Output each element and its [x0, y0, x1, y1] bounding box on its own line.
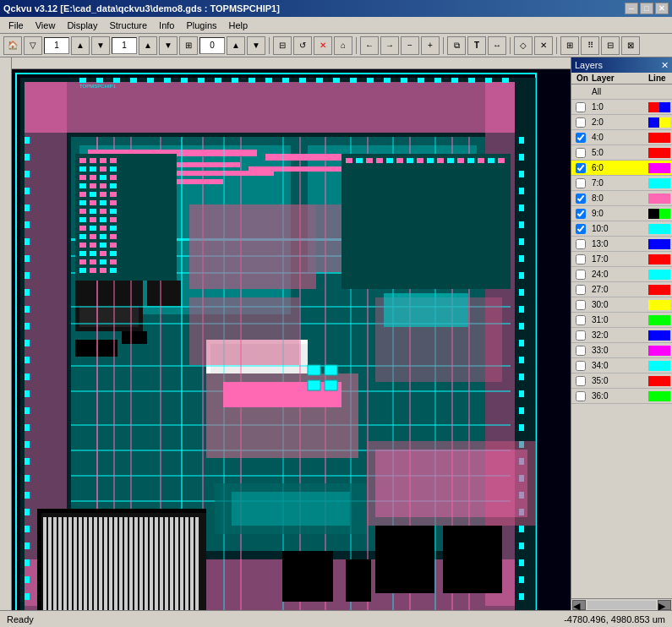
layer-row[interactable]: 9:0 [571, 206, 672, 221]
layer-checkbox[interactable] [571, 300, 590, 310]
scroll-right-btn[interactable]: ▶ [658, 600, 671, 610]
toolbar-spin-up1[interactable]: ▲ [71, 36, 90, 55]
layer-checkbox[interactable] [571, 254, 590, 264]
svg-rect-218 [519, 390, 524, 397]
toolbar-grid-btn[interactable]: ⊞ [560, 36, 579, 55]
toolbar-filter-btn[interactable]: ▽ [24, 36, 42, 55]
layer-row[interactable]: All [571, 85, 672, 100]
layer-row[interactable]: 6:0 [571, 161, 672, 176]
toolbar-spin-dn1[interactable]: ▼ [91, 36, 110, 55]
layer-row[interactable]: 35:0 [571, 373, 672, 389]
toolbar-measure-btn[interactable]: ↔ [488, 36, 506, 55]
menu-item-display[interactable]: Display [62, 19, 102, 32]
layer-color-swatch [648, 239, 670, 249]
layer-row[interactable]: 31:0 [571, 313, 672, 328]
layer-row[interactable]: 27:0 [571, 282, 672, 297]
toolbar-x-btn[interactable]: ✕ [534, 36, 553, 55]
toolbar-hierarchy-btn[interactable]: ⊞ [179, 36, 198, 55]
toolbar-field1[interactable] [44, 37, 69, 54]
layer-name-label: 2:0 [590, 117, 647, 127]
layer-checkbox[interactable] [571, 346, 590, 356]
toolbar-refresh-btn[interactable]: ↺ [293, 36, 312, 55]
layer-row[interactable]: 13:0 [571, 237, 672, 252]
maximize-button[interactable]: □ [640, 3, 653, 14]
toolbar-home2-btn[interactable]: ⌂ [334, 36, 352, 55]
menu-item-plugins[interactable]: Plugins [181, 19, 221, 32]
layer-checkbox[interactable] [571, 133, 590, 143]
toolbar-back-btn[interactable]: ← [360, 36, 379, 55]
layer-checkbox[interactable] [571, 148, 590, 158]
menu-item-file[interactable]: File [3, 19, 29, 32]
ic-layout[interactable]: TOPMSPCHIP1 [12, 69, 571, 610]
close-button[interactable]: ✕ [655, 3, 669, 14]
layer-row[interactable]: 10:0 [571, 221, 672, 237]
layer-checkbox[interactable] [571, 102, 590, 112]
toolbar-extra-btn[interactable]: ⊟ [601, 36, 620, 55]
layer-checkbox[interactable] [571, 117, 590, 128]
layer-row[interactable]: 34:0 [571, 358, 672, 373]
layer-row[interactable]: 30:0 [571, 297, 672, 313]
layer-row[interactable]: 8:0 [571, 191, 672, 206]
toolbar-diamond-btn[interactable]: ◇ [514, 36, 533, 55]
menu-item-view[interactable]: View [30, 19, 61, 32]
layer-checkbox[interactable] [571, 178, 590, 188]
toolbar-spin-dn2[interactable]: ▼ [159, 36, 178, 55]
layers-list[interactable]: All1:02:04:05:06:07:08:09:010:013:017:02… [571, 85, 672, 598]
svg-rect-220 [519, 424, 524, 431]
layer-row[interactable]: 7:0 [571, 176, 672, 191]
toolbar-text-btn[interactable]: T [467, 36, 486, 55]
layer-checkbox[interactable] [571, 315, 590, 325]
layer-checkbox[interactable] [571, 361, 590, 371]
layer-checkbox[interactable] [571, 224, 590, 234]
layer-checkbox[interactable] [571, 194, 590, 204]
layer-name-label: 33:0 [590, 346, 647, 355]
menu-item-info[interactable]: Info [154, 19, 179, 32]
menu-item-structure[interactable]: Structure [104, 19, 152, 32]
layer-row[interactable]: 24:0 [571, 267, 672, 282]
layer-row[interactable]: 36:0 [571, 389, 672, 404]
toolbar-copy-btn[interactable]: ⧉ [447, 36, 466, 55]
layer-row[interactable]: 5:0 [571, 145, 672, 161]
layer-checkbox[interactable] [571, 163, 590, 173]
scroll-left-btn[interactable]: ◀ [572, 600, 586, 610]
svg-rect-251 [418, 78, 424, 83]
svg-rect-207 [519, 204, 524, 211]
layer-row[interactable]: 4:0 [571, 130, 672, 145]
toolbar-fwd-btn[interactable]: → [380, 36, 399, 55]
toolbar-minus-btn[interactable]: − [401, 36, 419, 55]
canvas-area[interactable]: TOPMSPCHIP1 [0, 57, 571, 610]
toolbar-field3[interactable] [199, 37, 225, 54]
toolbar-extra2-btn[interactable]: ⊠ [621, 36, 640, 55]
toolbar-spin-dn3[interactable]: ▼ [247, 36, 265, 55]
toolbar-spin-up3[interactable]: ▲ [227, 36, 245, 55]
layer-row[interactable]: 33:0 [571, 343, 672, 358]
svg-rect-174 [325, 380, 337, 390]
layer-checkbox[interactable] [571, 270, 590, 280]
minimize-button[interactable]: ─ [625, 3, 638, 14]
layer-row[interactable]: 32:0 [571, 328, 672, 343]
layer-checkbox[interactable] [571, 376, 590, 386]
toolbar-plus-btn[interactable]: + [421, 36, 440, 55]
layer-checkbox[interactable] [571, 239, 590, 249]
toolbar-home-btn[interactable]: 🏠 [3, 36, 22, 55]
scroll-track[interactable] [587, 601, 656, 609]
layer-checkbox[interactable] [571, 285, 590, 295]
menu-item-help[interactable]: Help [224, 19, 254, 32]
layer-checkbox[interactable] [571, 209, 590, 219]
layer-checkbox[interactable] [571, 391, 590, 401]
layer-row[interactable]: 2:0 [571, 115, 672, 130]
layer-name-label: 4:0 [590, 133, 647, 142]
toolbar-stop-btn[interactable]: ✕ [314, 36, 332, 55]
svg-rect-176 [25, 154, 30, 161]
layer-row[interactable]: 1:0 [571, 100, 672, 115]
toolbar-layers-btn[interactable]: ⊟ [273, 36, 292, 55]
toolbar-spin-up2[interactable]: ▲ [139, 36, 157, 55]
toolbar-dotgrid-btn[interactable]: ⠿ [581, 36, 599, 55]
toolbar-field2[interactable] [112, 37, 137, 54]
layers-close-icon[interactable]: ✕ [661, 60, 669, 71]
svg-rect-192 [25, 424, 30, 431]
layers-scrollbar[interactable]: ◀ ▶ [571, 598, 672, 610]
layer-row[interactable]: 17:0 [571, 252, 672, 267]
layer-checkbox[interactable] [571, 330, 590, 341]
svg-rect-143 [175, 517, 178, 610]
